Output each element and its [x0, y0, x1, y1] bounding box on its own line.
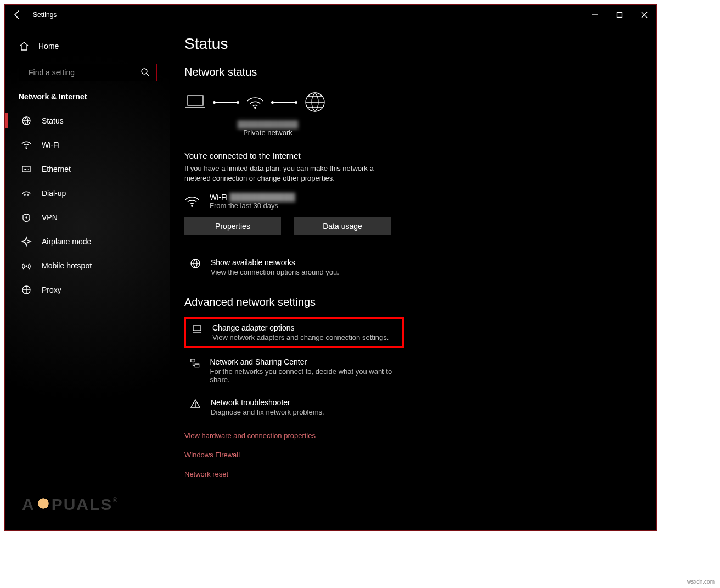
option-title: Network and Sharing Center [210, 357, 399, 366]
titlebar: Settings [5, 5, 656, 24]
svg-point-6 [27, 194, 29, 195]
warning-icon [190, 398, 201, 409]
wifi-icon [246, 94, 265, 110]
sidebar-item-status[interactable]: Status [5, 109, 170, 133]
sidebar-item-label: Ethernet [42, 165, 71, 173]
option-title: Show available networks [211, 258, 339, 267]
connected-description: If you have a limited data plan, you can… [184, 164, 382, 183]
sidebar-item-label: Airplane mode [42, 237, 91, 246]
wifi-icon [21, 139, 32, 150]
sidebar-item-label: Mobile hotspot [42, 261, 92, 270]
watermark: APUALS® [22, 495, 119, 514]
search-placeholder: Find a setting [29, 68, 75, 77]
minimize-button[interactable] [582, 7, 607, 23]
network-name: ████████████ [224, 120, 312, 128]
sidebar-section-label: Network & Internet [5, 89, 170, 109]
image-credit: wsxdn.com [687, 579, 715, 585]
globe-icon [304, 91, 326, 113]
svg-rect-15 [193, 326, 201, 331]
svg-point-1 [142, 69, 147, 74]
option-title: Network troubleshooter [211, 398, 324, 407]
diagram-connector [272, 102, 296, 103]
sidebar-item-label: Dial-up [42, 189, 66, 198]
data-usage-button[interactable]: Data usage [294, 217, 391, 235]
svg-point-3 [26, 148, 27, 149]
status-diagram [184, 88, 642, 116]
link-hardware-properties[interactable]: View hardware and connection properties [184, 432, 642, 440]
svg-point-18 [195, 406, 195, 406]
sidebar-item-airplane[interactable]: Airplane mode [5, 229, 170, 254]
sidebar-item-ethernet[interactable]: Ethernet [5, 157, 170, 181]
settings-window: Settings Home Find a sett [4, 4, 657, 531]
main-content: Status Network status ████████████ Priva… [170, 24, 656, 530]
window-title: Settings [33, 11, 57, 19]
sidebar-item-label: Proxy [42, 285, 61, 294]
network-status-heading: Network status [184, 66, 642, 79]
link-windows-firewall[interactable]: Windows Firewall [184, 451, 642, 459]
svg-point-11 [255, 107, 256, 109]
connection-period: From the last 30 days [210, 201, 295, 210]
network-sharing-center[interactable]: Network and Sharing Center For the netwo… [184, 353, 404, 388]
properties-button[interactable]: Properties [184, 217, 281, 235]
search-icon [140, 67, 151, 78]
adapter-icon [192, 323, 203, 334]
connection-name: Wi-Fi [210, 193, 228, 201]
globe-icon [21, 284, 32, 295]
diagram-connector [214, 102, 238, 103]
vpn-icon [21, 212, 32, 223]
svg-rect-0 [617, 13, 622, 18]
sidebar-home-label: Home [38, 42, 59, 51]
sidebar-item-label: VPN [42, 213, 58, 222]
ethernet-icon [21, 164, 32, 175]
sharing-center-icon [190, 357, 200, 368]
option-desc: View the connection options around you. [211, 268, 339, 276]
back-icon[interactable] [12, 9, 23, 20]
svg-rect-4 [22, 166, 30, 172]
page-title: Status [184, 35, 642, 53]
svg-point-8 [26, 266, 27, 267]
svg-point-5 [24, 194, 25, 195]
svg-point-7 [26, 217, 27, 218]
link-network-reset[interactable]: Network reset [184, 470, 642, 478]
sidebar-item-vpn[interactable]: VPN [5, 205, 170, 229]
svg-rect-10 [188, 96, 203, 105]
hotspot-icon [21, 260, 32, 271]
dialup-icon [21, 188, 32, 199]
network-troubleshooter[interactable]: Network troubleshooter Diagnose and fix … [184, 394, 404, 421]
sidebar-item-label: Wi-Fi [42, 141, 60, 149]
svg-point-13 [192, 205, 193, 206]
connected-headline: You're connected to the Internet [184, 151, 642, 160]
option-title: Change adapter options [212, 323, 389, 332]
sidebar-item-dialup[interactable]: Dial-up [5, 181, 170, 205]
option-desc: Diagnose and fix network problems. [211, 408, 324, 416]
sidebar-item-label: Status [42, 116, 64, 125]
svg-rect-17 [195, 364, 199, 367]
laptop-icon [184, 94, 206, 110]
option-desc: View network adapters and change connect… [212, 333, 389, 341]
wifi-icon [184, 195, 200, 208]
connection-summary: Wi-Fi ████████████ From the last 30 days [184, 193, 642, 210]
watermark-avatar-icon [35, 497, 52, 513]
sidebar-item-wifi[interactable]: Wi-Fi [5, 133, 170, 157]
option-desc: For the networks you connect to, decide … [210, 367, 399, 384]
advanced-heading: Advanced network settings [184, 296, 642, 309]
change-adapter-options[interactable]: Change adapter options View network adap… [184, 317, 404, 348]
sidebar-item-hotspot[interactable]: Mobile hotspot [5, 254, 170, 278]
sidebar-item-proxy[interactable]: Proxy [5, 278, 170, 302]
home-icon [19, 41, 30, 52]
svg-rect-16 [191, 359, 195, 362]
network-type: Private network [224, 128, 312, 137]
sidebar: Home Find a setting Network & Internet S… [5, 24, 170, 530]
maximize-button[interactable] [607, 7, 632, 23]
globe-grid-icon [21, 115, 32, 126]
sidebar-home[interactable]: Home [5, 35, 170, 57]
show-available-networks[interactable]: Show available networks View the connect… [184, 254, 404, 281]
close-button[interactable] [632, 7, 656, 23]
globe-grid-icon [190, 258, 201, 269]
airplane-icon [21, 236, 32, 247]
search-input[interactable]: Find a setting [19, 64, 157, 81]
connection-ssid: ████████████ [230, 193, 295, 201]
